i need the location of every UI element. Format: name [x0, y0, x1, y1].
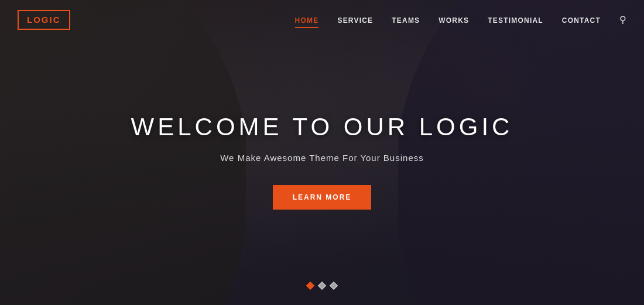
navbar: LOGIC HOME SERVICE TEAMS WORKS TESTIMONI…	[0, 0, 644, 39]
slider-dots	[307, 283, 337, 289]
slider-dot-3[interactable]	[330, 282, 338, 290]
slider-dot-1[interactable]	[306, 282, 314, 290]
hero-content: WELCOME TO OUR LOGIC We Make Awesome The…	[131, 113, 513, 210]
nav-link-teams[interactable]: TEAMS	[392, 16, 420, 25]
nav-link-works[interactable]: WORKS	[439, 16, 469, 25]
nav-item-service[interactable]: SERVICE	[337, 15, 373, 25]
search-icon[interactable]: ⚲	[619, 15, 626, 25]
nav-link-testimonial[interactable]: TESTIMONIAL	[488, 16, 543, 25]
hero-subtitle: We Make Awesome Theme For Your Business	[131, 153, 513, 163]
nav-link-contact[interactable]: CONTACT	[562, 16, 601, 25]
hero-title: WELCOME TO OUR LOGIC	[131, 113, 513, 141]
nav-links: HOME SERVICE TEAMS WORKS TESTIMONIAL CON…	[295, 14, 626, 25]
nav-link-service[interactable]: SERVICE	[337, 16, 373, 25]
nav-search-item[interactable]: ⚲	[619, 14, 626, 25]
nav-item-teams[interactable]: TEAMS	[392, 15, 420, 25]
slider-dot-2[interactable]	[318, 282, 326, 290]
nav-item-works[interactable]: WORKS	[439, 15, 469, 25]
hero-section: LOGIC HOME SERVICE TEAMS WORKS TESTIMONI…	[0, 0, 644, 305]
learn-more-button[interactable]: LEARN MORE	[273, 185, 372, 210]
logo-text: LOGIC	[27, 15, 61, 25]
logo-box[interactable]: LOGIC	[18, 10, 70, 30]
nav-item-testimonial[interactable]: TESTIMONIAL	[488, 15, 543, 25]
nav-link-home[interactable]: HOME	[295, 16, 319, 28]
nav-item-home[interactable]: HOME	[295, 15, 319, 25]
nav-item-contact[interactable]: CONTACT	[562, 15, 601, 25]
